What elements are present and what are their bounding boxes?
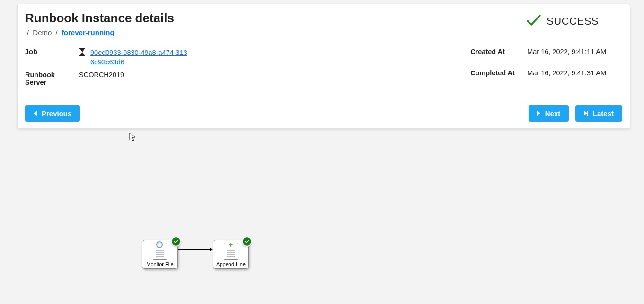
cursor-icon xyxy=(129,133,137,144)
panel-header: Runbook Instance details / Demo / foreve… xyxy=(25,11,622,36)
caret-right-icon xyxy=(537,111,540,116)
append-line-icon: + xyxy=(224,243,238,260)
skip-forward-icon xyxy=(584,111,588,116)
latest-button-label: Latest xyxy=(593,109,614,117)
hourglass-icon xyxy=(79,48,86,56)
status-block: SUCCESS xyxy=(526,11,622,29)
job-id-link[interactable]: 90ed0933-9830-49a8-a474-3136d93c63d6 xyxy=(90,48,188,67)
job-label: Job xyxy=(25,48,77,55)
details-right: Created At Mar 16, 2022, 9:41:11 AM Comp… xyxy=(470,48,622,86)
diagram-node-label: Monitor File xyxy=(146,261,173,267)
caret-left-icon xyxy=(34,111,37,116)
created-at-value: Mar 16, 2022, 9:41:11 AM xyxy=(527,48,606,64)
breadcrumb: / Demo / forever-running xyxy=(25,28,174,36)
next-button-label: Next xyxy=(545,109,561,117)
status-text: SUCCESS xyxy=(547,15,599,27)
job-value-cell: 90ed0933-9830-49a8-a474-3136d93c63d6 xyxy=(79,48,188,67)
details-panel: Runbook Instance details / Demo / foreve… xyxy=(17,4,630,129)
completed-at-value: Mar 16, 2022, 9:41:31 AM xyxy=(527,69,606,86)
diagram-node-monitor-file[interactable]: Monitor File xyxy=(142,240,178,269)
latest-button[interactable]: Latest xyxy=(575,105,622,122)
details-left: Job 90ed0933-9830-49a8-a474-3136d93c63d6… xyxy=(25,48,188,86)
runbook-server-value: SCORCH2019 xyxy=(79,71,188,79)
diagram-connector xyxy=(178,249,210,250)
diagram-node-label: Append Line xyxy=(216,261,246,267)
monitor-file-icon xyxy=(153,243,167,260)
runbook-server-label: Runbook Server xyxy=(25,71,77,86)
svg-rect-0 xyxy=(79,48,85,49)
breadcrumb-item-demo: Demo xyxy=(33,28,52,36)
completed-at-label: Completed At xyxy=(470,69,522,86)
previous-button-label: Previous xyxy=(42,109,71,117)
arrow-right-icon xyxy=(210,248,213,251)
breadcrumb-item-forever-running[interactable]: forever-running xyxy=(62,28,115,36)
diagram-node-append-line[interactable]: + Append Line xyxy=(213,240,249,269)
success-badge-icon xyxy=(171,236,181,247)
previous-button[interactable]: Previous xyxy=(25,105,80,122)
breadcrumb-sep: / xyxy=(56,28,58,36)
title-block: Runbook Instance details / Demo / foreve… xyxy=(25,11,174,36)
runbook-diagram: Monitor File + Append Line xyxy=(142,240,256,277)
page-title: Runbook Instance details xyxy=(25,11,174,26)
button-row: Previous Next Latest xyxy=(25,105,622,122)
svg-rect-1 xyxy=(79,55,85,56)
breadcrumb-sep: / xyxy=(27,28,29,36)
created-at-label: Created At xyxy=(470,48,522,64)
success-badge-icon xyxy=(242,236,252,247)
next-button[interactable]: Next xyxy=(529,105,569,122)
success-check-icon xyxy=(526,14,542,29)
details-row: Job 90ed0933-9830-49a8-a474-3136d93c63d6… xyxy=(25,48,622,86)
right-button-group: Next Latest xyxy=(529,105,622,122)
